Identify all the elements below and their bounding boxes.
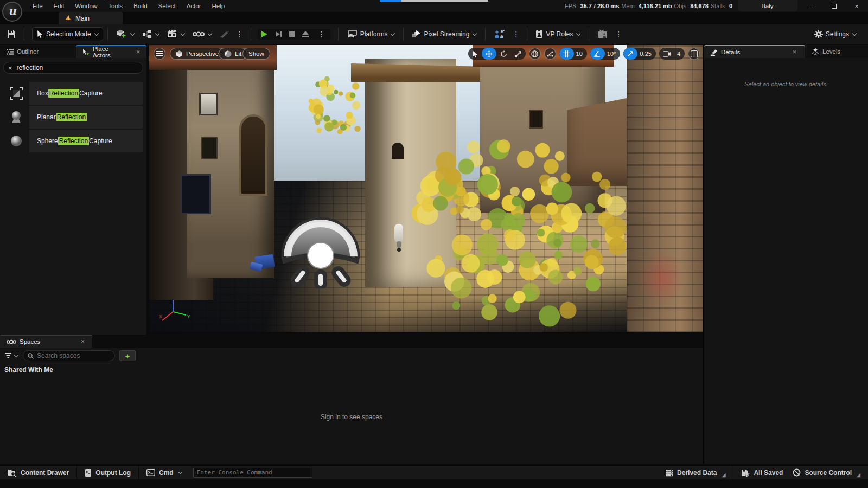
minimize-button[interactable]: –: [800, 0, 822, 12]
tab-spaces[interactable]: Spaces ×: [0, 335, 92, 348]
main-menu: File Edit Window Tools Build Select Acto…: [27, 1, 230, 11]
play-options-menu[interactable]: ⋮: [315, 30, 328, 38]
select-tool-button[interactable]: [468, 48, 482, 60]
camera-speed-control[interactable]: 4: [659, 48, 685, 60]
stop-button[interactable]: [288, 30, 296, 38]
close-icon[interactable]: ×: [81, 338, 85, 345]
paint-mode-button[interactable]: [216, 28, 233, 41]
chevron-down-icon: [94, 31, 98, 35]
unreal-engine-logo-icon[interactable]: u: [2, 2, 22, 22]
source-control-button[interactable]: Source Control ◢: [790, 466, 868, 479]
surface-snapping-button[interactable]: [544, 48, 556, 60]
blueprints-button[interactable]: [138, 27, 163, 41]
move-tool-button[interactable]: [482, 48, 496, 60]
cinematics-button[interactable]: [163, 27, 189, 41]
menu-file[interactable]: File: [27, 1, 48, 11]
level-viewport[interactable]: X Y Perspective Lit Show: [149, 45, 703, 332]
menu-build[interactable]: Build: [128, 1, 153, 11]
console-command-input[interactable]: [197, 469, 309, 476]
all-saved-button[interactable]: All Saved: [733, 466, 790, 479]
angle-snap-icon: [594, 50, 601, 57]
animation-options-menu[interactable]: ⋮: [509, 30, 522, 38]
close-icon[interactable]: ×: [136, 48, 140, 56]
console-command-box[interactable]: [193, 468, 312, 478]
place-actors-tab-label: Place Actors: [93, 46, 125, 59]
remote-session-menu[interactable]: ⋮: [612, 30, 625, 38]
menu-edit[interactable]: Edit: [48, 1, 70, 11]
close-icon[interactable]: ×: [793, 48, 796, 56]
objs-label: Objs:: [674, 3, 688, 9]
list-item-box-reflection-capture[interactable]: Box Reflection Capture: [3, 82, 143, 105]
spaces-search[interactable]: [23, 350, 115, 361]
tab-details[interactable]: Details ×: [704, 45, 805, 58]
sphere-reflection-capture-sprite[interactable]: [277, 215, 364, 288]
pixel-streaming-dropdown[interactable]: Pixel Streaming: [408, 27, 481, 41]
world-local-toggle[interactable]: [529, 48, 541, 60]
platforms-icon: [347, 30, 358, 38]
settings-dropdown[interactable]: Settings: [810, 27, 860, 41]
add-space-button[interactable]: +: [119, 350, 136, 361]
list-item-sphere-reflection-capture[interactable]: Sphere Reflection Capture: [3, 130, 143, 152]
rotation-snap-control[interactable]: 10°: [590, 48, 621, 60]
eject-button[interactable]: [301, 30, 310, 38]
sequencer-chain-button[interactable]: [189, 28, 216, 40]
selection-mode-dropdown[interactable]: Selection Mode: [32, 27, 103, 41]
camera-icon: [663, 51, 671, 57]
scale-snap-control[interactable]: 0.25: [623, 48, 655, 60]
spaces-filter-button[interactable]: [4, 352, 18, 359]
tab-place-actors[interactable]: Place Actors ×: [76, 45, 146, 58]
corner-fold-icon: ◢: [722, 472, 725, 479]
menu-actor[interactable]: Actor: [181, 1, 207, 11]
list-item-planar-reflection[interactable]: Planar Reflection: [3, 106, 143, 129]
place-actors-search[interactable]: ×: [3, 62, 143, 74]
vp-roles-dropdown[interactable]: VP Roles: [532, 27, 584, 41]
animation-mode-button[interactable]: [490, 27, 509, 42]
play-button[interactable]: [260, 30, 269, 38]
derived-data-button[interactable]: Derived Data ◢: [658, 466, 733, 479]
close-button[interactable]: ×: [845, 0, 868, 12]
frame-ms-value: / 28.0 ms: [594, 3, 619, 9]
show-label: Show: [248, 50, 264, 57]
chevron-down-icon: [14, 352, 18, 357]
stalls-label: Stalls:: [711, 3, 727, 9]
menu-tools[interactable]: Tools: [103, 1, 128, 11]
small-tree: [307, 72, 372, 143]
remote-session-button[interactable]: [593, 27, 612, 41]
tab-outliner[interactable]: Outliner: [0, 45, 76, 58]
item-text: Box: [37, 89, 48, 97]
viewport-options-button[interactable]: [154, 48, 165, 60]
objs-value: 84,678: [690, 3, 709, 9]
perspective-dropdown[interactable]: Perspective: [170, 48, 225, 60]
viewport-layout-button[interactable]: [688, 48, 700, 60]
platforms-dropdown[interactable]: Platforms: [343, 27, 399, 41]
surface-snap-icon: [546, 50, 554, 57]
menu-window[interactable]: Window: [69, 1, 103, 11]
brush-icon: [220, 30, 229, 38]
add-actor-button[interactable]: [112, 27, 138, 42]
chevron-down-icon: [473, 31, 477, 35]
menu-help[interactable]: Help: [207, 1, 231, 11]
hamburger-icon: [156, 51, 163, 56]
frame-skip-button[interactable]: [274, 30, 283, 38]
rotate-tool-button[interactable]: [496, 48, 511, 60]
menu-select[interactable]: Select: [153, 1, 181, 11]
restore-button[interactable]: [822, 0, 845, 12]
content-drawer-button[interactable]: Content Drawer: [0, 466, 76, 479]
search-input[interactable]: [17, 64, 125, 72]
output-log-button[interactable]: Output Log: [77, 466, 138, 479]
grid-snap-control[interactable]: 10: [559, 48, 587, 60]
clear-search-icon[interactable]: ×: [8, 64, 12, 72]
spaces-search-input[interactable]: [37, 352, 102, 359]
content-drawer-icon: [8, 469, 17, 477]
toolbar-overflow-menu[interactable]: ⋮: [233, 30, 246, 38]
details-empty-message: Select an object to view details.: [704, 81, 868, 87]
show-dropdown[interactable]: Show: [242, 48, 270, 60]
rotation-snap-value: 10°: [605, 50, 621, 57]
outliner-icon: [7, 49, 14, 55]
item-text: Planar: [37, 113, 56, 121]
save-button[interactable]: [3, 27, 20, 41]
scale-tool-button[interactable]: [511, 48, 526, 60]
cmd-dropdown[interactable]: Cmd: [139, 466, 190, 479]
tab-levels[interactable]: Levels: [805, 45, 868, 58]
tab-main-level[interactable]: Main: [59, 12, 123, 24]
